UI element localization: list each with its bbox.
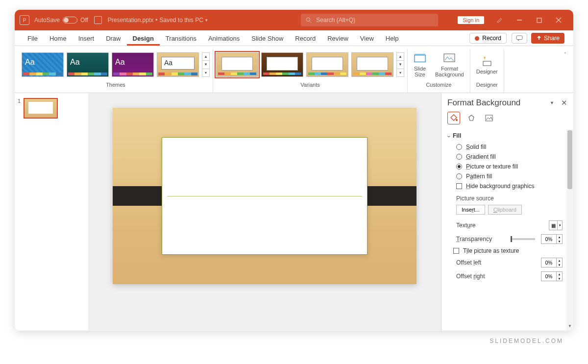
svg-rect-3 [537,18,541,23]
content-placeholder[interactable] [162,137,368,255]
tab-home[interactable]: Home [44,32,73,46]
texture-picker[interactable]: ▦▾ [549,220,563,230]
scrollbar[interactable]: ▲▼ [566,129,573,331]
fill-tab[interactable] [447,112,460,124]
hide-bg-graphics-checkbox[interactable]: Hide background graphics [447,181,563,191]
slide-thumbnails-pane[interactable]: 1 [15,93,88,331]
designer-icon [481,55,493,68]
tab-insert[interactable]: Insert [73,32,100,46]
save-icon[interactable] [94,16,102,24]
variant-item[interactable] [216,52,258,77]
pane-menu-button[interactable]: ▼ [550,100,554,105]
arrow-up-icon[interactable]: ▲ [202,53,209,61]
tab-view[interactable]: View [354,32,380,46]
arrow-down-icon[interactable]: ▼ [397,61,404,69]
insert-picture-button[interactable]: Insert... [456,205,485,215]
tile-picture-checkbox[interactable]: Tile picture as texture [447,246,563,256]
slide-canvas[interactable] [88,93,441,331]
scroll-thumb[interactable] [567,130,572,189]
arrow-down-icon[interactable]: ▼ [202,61,209,69]
arrow-up-icon[interactable]: ▲ [397,53,404,61]
maximize-button[interactable] [529,10,549,30]
search-input[interactable]: Search (Alt+Q) [301,14,438,26]
slide-size-button[interactable]: Slide Size [411,50,429,79]
slide-thumbnail[interactable]: 1 [18,98,85,119]
toggle-icon [63,17,77,24]
transparency-spinner[interactable]: 0%▲▼ [541,234,563,244]
chevron-down-icon: ▾ [205,18,208,23]
tab-file[interactable]: File [22,32,44,46]
theme-item[interactable]: Aa [112,52,154,77]
format-background-icon [443,52,456,65]
tab-review[interactable]: Review [321,32,354,46]
variant-item[interactable] [351,52,393,77]
tab-help[interactable]: Help [380,32,405,46]
radio-icon [456,154,462,160]
document-title[interactable]: Presentation.pptx • Saved to this PC ▾ [108,17,208,24]
filename-text: Presentation.pptx [108,17,153,24]
tab-design[interactable]: Design [127,32,160,46]
designer-button[interactable]: Designer [473,53,501,76]
checkbox-icon [453,248,459,254]
offset-right-spinner[interactable]: 0%▲▼ [541,271,563,281]
chevron-down-icon: ▾ [557,221,562,230]
tab-transitions[interactable]: Transitions [160,32,202,46]
more-icon[interactable]: ▾ [202,69,209,76]
transparency-slider[interactable] [511,238,535,240]
solid-fill-radio[interactable]: SSolid fillolid fill [447,142,563,152]
watermark: SLIDEMODEL.COM [10,331,578,344]
scroll-down-icon[interactable]: ▼ [566,324,573,331]
search-placeholder: Search (Alt+Q) [316,17,355,24]
svg-point-11 [456,119,458,121]
transparency-row: Transparency 0%▲▼ [447,232,563,246]
comments-button[interactable] [512,33,527,44]
customize-group-label: Customize [426,80,451,89]
offset-right-row: Offset right 0%▲▼ [447,269,563,283]
offset-left-spinner[interactable]: 0%▲▼ [541,258,563,267]
gradient-fill-radio[interactable]: Gradient fill [447,152,563,162]
designer-group-label: Designer [476,80,498,89]
tab-slideshow[interactable]: Slide Show [245,32,289,46]
app-window: P AutoSave Off Presentation.pptx • Saved… [15,10,573,331]
close-pane-button[interactable]: ✕ [561,98,567,107]
chevron-up-icon: ˄ [564,52,566,57]
fill-section-header[interactable]: ⌵Fill [447,129,563,142]
svg-point-0 [307,18,310,21]
chevron-down-icon: ⌵ [447,133,450,138]
pattern-fill-radio[interactable]: Pattern fill [447,171,563,181]
themes-gallery-expand[interactable]: ▲▼▾ [202,52,210,77]
more-icon[interactable]: ▾ [397,69,404,76]
variant-item[interactable] [261,52,303,77]
search-icon [306,17,312,24]
ink-icon[interactable] [490,10,510,30]
format-background-button[interactable]: Format Background [432,50,467,79]
clipboard-button: Clipboard [488,205,522,215]
theme-item[interactable]: Aa [22,52,64,77]
ribbon-tabs: File Home Insert Draw Design Transitions… [15,30,573,46]
autosave-toggle[interactable]: AutoSave Off [34,17,88,24]
themes-group-label: Themes [106,80,125,89]
variant-item[interactable] [306,52,348,77]
close-button[interactable] [549,10,568,30]
designer-group: Designer Designer [470,49,504,93]
minimize-button[interactable] [510,10,529,30]
theme-item[interactable]: Aa [157,52,199,77]
signin-button[interactable]: Sign in [458,16,484,24]
picture-fill-radio[interactable]: Picture or texture fill [447,162,563,171]
tab-animations[interactable]: Animations [202,32,245,46]
customize-group: Slide Size Format Background Customize [408,49,470,93]
share-button[interactable]: Share [531,33,564,44]
theme-item[interactable]: Aa [67,52,109,77]
record-button[interactable]: Record [469,33,507,44]
slide[interactable] [113,108,416,284]
collapse-ribbon-button[interactable]: ˄ [561,49,569,59]
effects-tab[interactable] [465,112,478,124]
tab-draw[interactable]: Draw [100,32,126,46]
radio-icon [456,144,462,150]
slide-size-icon [414,52,426,65]
variants-gallery-expand[interactable]: ▲▼▾ [396,52,404,77]
picture-tab[interactable] [483,112,495,124]
tab-record[interactable]: Record [289,32,321,46]
picture-source-label: Picture source [447,191,563,204]
workspace: 1 Format Background ▼ ✕ ▲▼ [15,93,573,331]
